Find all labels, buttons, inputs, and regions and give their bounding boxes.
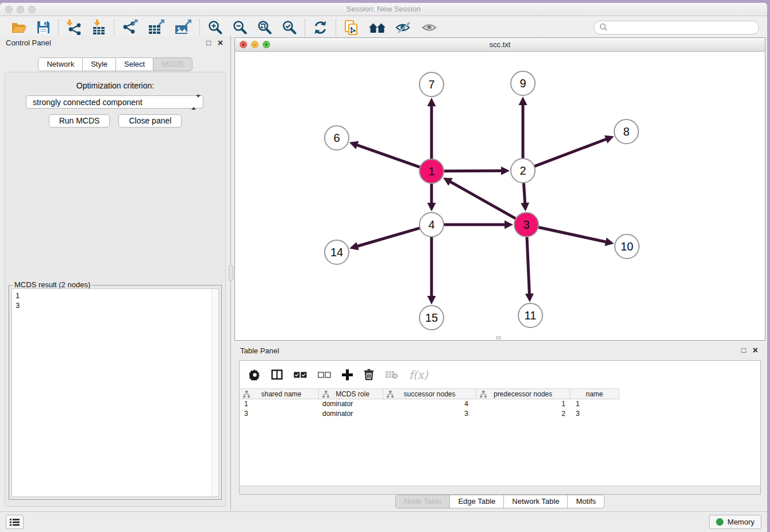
export-image-icon[interactable] — [174, 20, 192, 35]
control-panel-tabs: Network Style Select MCDS — [0, 57, 230, 71]
criterion-dropdown[interactable]: strongly connected component — [26, 95, 203, 109]
control-panel-title: Control Panel — [6, 38, 51, 47]
zoom-out-icon[interactable] — [232, 20, 248, 35]
close-window-button[interactable] — [5, 6, 13, 13]
mcds-result-box: MCDS result (2 nodes) 1 3 — [9, 285, 222, 500]
column-header-successor-nodes[interactable]: successor nodes — [383, 389, 476, 399]
status-bar: Memory — [0, 511, 767, 532]
tab-node-table[interactable]: Node Table — [395, 495, 451, 508]
float-table-panel-icon[interactable]: □ — [741, 343, 746, 358]
node-table-body: f(x) shared name MCDS role successor nod… — [239, 360, 761, 495]
graph-node-7[interactable]: 7 — [419, 72, 444, 97]
tab-select[interactable]: Select — [116, 57, 153, 71]
graph-node-10[interactable]: 10 — [614, 234, 640, 259]
table-row[interactable]: 1 dominator 4 1 1 — [240, 399, 760, 409]
column-header-shared-name[interactable]: shared name — [240, 389, 319, 399]
network-minimize-button[interactable]: − — [251, 41, 259, 48]
run-mcds-button[interactable]: Run MCDS — [49, 114, 110, 128]
result-scrollbar[interactable] — [211, 289, 218, 496]
tab-edge-table[interactable]: Edge Table — [449, 495, 504, 508]
close-panel-button[interactable]: Close panel — [118, 114, 182, 128]
cell-predecessor-nodes[interactable]: 2 — [476, 409, 570, 419]
task-history-button[interactable] — [6, 515, 24, 529]
zoom-window-button[interactable] — [28, 6, 36, 13]
optimization-criterion-label: Optimization criterion: — [5, 81, 225, 90]
dropdown-stepper-icon — [191, 98, 199, 107]
network-maximize-button[interactable]: + — [263, 41, 270, 48]
app-window: Session: New Session — [0, 3, 767, 532]
import-network-icon[interactable] — [66, 20, 82, 35]
export-network-icon[interactable] — [122, 20, 138, 35]
cell-shared-name[interactable]: 3 — [240, 409, 319, 419]
cell-successor-nodes[interactable]: 4 — [383, 399, 476, 409]
export-table-icon[interactable] — [148, 20, 165, 35]
toggle-column-panel-icon[interactable] — [271, 369, 283, 380]
graph-node-14[interactable]: 14 — [324, 240, 349, 265]
zoom-selected-icon[interactable] — [282, 20, 297, 35]
table-horizontal-scrollbar[interactable] — [240, 485, 760, 494]
column-header-predecessor-nodes[interactable]: predecessor nodes — [476, 389, 570, 399]
network-close-button[interactable]: × — [240, 41, 247, 48]
cell-predecessor-nodes[interactable]: 1 — [476, 399, 570, 409]
result-line: 3 — [12, 300, 218, 310]
table-row[interactable]: 3 dominator 3 2 3 — [240, 409, 760, 419]
mcds-panel: Optimization criterion: strongly connect… — [5, 72, 226, 507]
tab-network[interactable]: Network — [38, 57, 83, 71]
add-icon[interactable] — [342, 369, 353, 380]
criterion-value: strongly connected component — [33, 98, 143, 107]
table-panel-title: Table Panel — [240, 346, 279, 355]
memory-button[interactable]: Memory — [709, 515, 761, 529]
graph-node-3[interactable]: 3 — [514, 212, 539, 237]
new-network-from-selection-icon[interactable] — [344, 20, 359, 36]
first-neighbors-icon[interactable] — [368, 21, 386, 34]
cell-mcds-role[interactable]: dominator — [319, 399, 383, 409]
network-canvas[interactable]: 7968124314101511 — [235, 52, 765, 340]
tab-mcds[interactable]: MCDS — [153, 57, 192, 71]
cell-name[interactable]: 3 — [570, 409, 619, 419]
column-header-name[interactable]: name — [570, 389, 619, 399]
function-builder-icon[interactable]: f(x) — [409, 368, 428, 381]
open-session-icon[interactable] — [11, 20, 27, 34]
search-field[interactable] — [594, 21, 759, 34]
graph-node-11[interactable]: 11 — [518, 303, 543, 328]
column-header-mcds-role[interactable]: MCDS role — [319, 389, 383, 399]
import-table-icon[interactable] — [91, 20, 106, 35]
panel-divider-grip[interactable] — [229, 265, 233, 280]
cell-name[interactable]: 1 — [570, 399, 619, 409]
graph-node-2[interactable]: 2 — [510, 158, 536, 183]
apply-layout-icon[interactable] — [313, 20, 328, 35]
cell-shared-name[interactable]: 1 — [240, 399, 319, 409]
delete-icon[interactable] — [364, 369, 374, 380]
save-session-icon[interactable] — [36, 20, 51, 34]
zoom-in-icon[interactable] — [207, 20, 223, 35]
cell-successor-nodes[interactable]: 3 — [383, 409, 476, 419]
minimize-window-button[interactable] — [17, 6, 24, 13]
graph-node-9[interactable]: 9 — [510, 71, 536, 96]
cell-mcds-role[interactable]: dominator — [319, 409, 383, 419]
network-window-titlebar[interactable]: × − + scc.txt — [235, 38, 765, 52]
zoom-fit-icon[interactable] — [257, 20, 272, 35]
table-settings-icon[interactable] — [249, 369, 260, 380]
close-table-panel-icon[interactable]: × — [753, 343, 758, 358]
graph-node-4[interactable]: 4 — [419, 212, 444, 237]
graph-node-6[interactable]: 6 — [324, 125, 349, 151]
hide-selected-icon[interactable] — [395, 21, 412, 34]
main-titlebar: Session: New Session — [0, 3, 767, 16]
tab-motifs[interactable]: Motifs — [567, 495, 605, 508]
mcds-result-textarea[interactable]: 1 3 — [11, 288, 219, 497]
search-input[interactable] — [611, 22, 759, 33]
graph-node-15[interactable]: 15 — [419, 305, 444, 330]
canvas-scroll-grip[interactable] — [496, 336, 501, 340]
delete-table-icon[interactable] — [385, 370, 398, 379]
tab-style[interactable]: Style — [82, 57, 116, 71]
graph-node-1[interactable]: 1 — [419, 159, 444, 184]
close-panel-icon[interactable]: × — [218, 36, 223, 51]
float-panel-icon[interactable]: □ — [206, 36, 211, 51]
control-panel: Control Panel □ × Network Style Select M… — [0, 36, 231, 510]
deselect-all-rows-icon[interactable] — [318, 372, 331, 378]
list-icon — [10, 518, 20, 526]
graph-node-8[interactable]: 8 — [614, 119, 639, 144]
tab-network-table[interactable]: Network Table — [503, 495, 568, 508]
show-all-icon[interactable] — [421, 21, 438, 34]
select-all-rows-icon[interactable] — [294, 372, 307, 378]
